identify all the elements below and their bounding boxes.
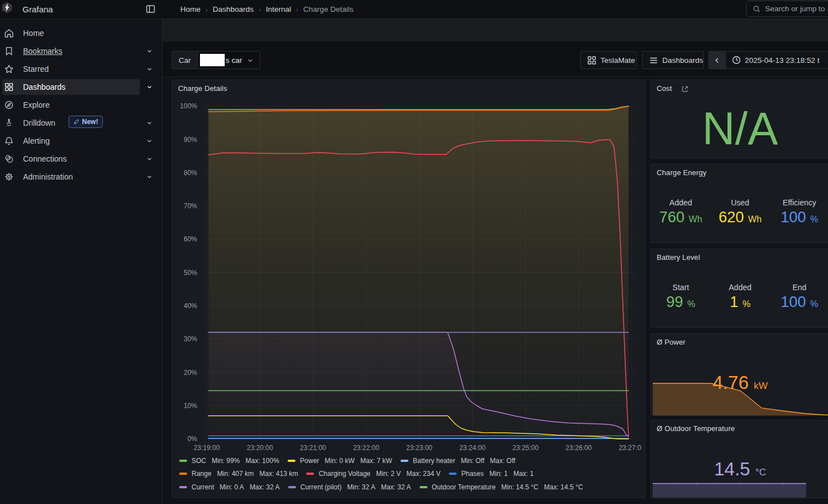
svg-text:80%: 80%: [184, 169, 197, 177]
svg-text:60%: 60%: [184, 235, 197, 243]
svg-text:70%: 70%: [184, 202, 197, 210]
svg-text:50%: 50%: [184, 269, 197, 277]
svg-text:23:24:00: 23:24:00: [460, 444, 486, 452]
svg-text:23:26:00: 23:26:00: [566, 444, 592, 452]
svg-text:23:27:00: 23:27:00: [618, 444, 642, 452]
svg-text:23:23:00: 23:23:00: [406, 444, 433, 452]
svg-text:90%: 90%: [184, 136, 197, 144]
svg-text:23:20:00: 23:20:00: [247, 444, 273, 452]
svg-text:23:25:00: 23:25:00: [512, 444, 539, 452]
svg-text:23:19:00: 23:19:00: [194, 444, 220, 452]
svg-text:23:21:00: 23:21:00: [300, 444, 326, 452]
svg-text:20%: 20%: [184, 369, 197, 377]
svg-text:10%: 10%: [184, 402, 197, 410]
svg-text:30%: 30%: [184, 335, 197, 343]
svg-text:0%: 0%: [188, 435, 198, 443]
svg-text:23:22:00: 23:22:00: [353, 444, 379, 452]
svg-text:40%: 40%: [184, 302, 197, 310]
svg-text:100%: 100%: [180, 102, 197, 110]
